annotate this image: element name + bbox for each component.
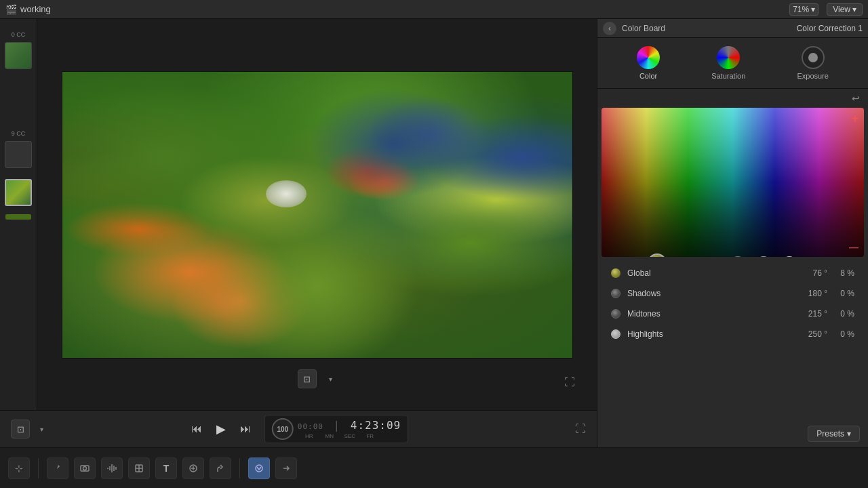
tab-saturation[interactable]: Saturation	[703, 43, 753, 83]
tool-color-correction[interactable]	[248, 458, 270, 479]
midtones-row[interactable]: Midtones 215 ° 0 %	[608, 304, 857, 323]
global-dot	[611, 268, 620, 278]
highlights-row[interactable]: Highlights 250 ° 0 %	[608, 325, 857, 344]
film-icon: 🎬	[5, 4, 16, 15]
play-button[interactable]: ▶	[210, 418, 232, 440]
tool-blade[interactable]	[47, 458, 68, 479]
tc-mn-label: MN	[319, 433, 340, 439]
sidebar-thumb-active[interactable]	[5, 179, 32, 206]
midtones-percent: 0 %	[827, 309, 854, 319]
view-mode-button[interactable]: ⊡	[298, 369, 317, 388]
highlights-puck[interactable]	[782, 256, 797, 257]
view-button[interactable]: View ▾	[827, 3, 863, 16]
panel-header: ‹ Color Board Color Correction 1	[597, 19, 868, 38]
footer-toolbar: ⊹ T	[0, 447, 868, 488]
presets-button[interactable]: Presets ▾	[808, 426, 860, 442]
global-percent: 8 %	[827, 268, 854, 278]
color-values-panel: Global 76 ° 8 % Shadows 180 ° 0 % Midton…	[597, 257, 868, 350]
shadows-puck[interactable]	[730, 256, 745, 257]
global-row[interactable]: Global 76 ° 8 %	[608, 264, 857, 283]
view-label: View	[833, 5, 850, 14]
right-bottom-controls: ⛶	[575, 423, 586, 435]
saturation-wheel-icon	[717, 46, 740, 69]
timecode-area: ⏮ ▶ ⏭ 100 00:00 | 4:23:09	[189, 415, 408, 443]
tool-export[interactable]	[275, 458, 297, 479]
highlights-degree: 250 °	[793, 329, 827, 339]
clip-controls-button[interactable]: ⊡	[11, 420, 30, 439]
tool-text[interactable]: T	[155, 458, 177, 479]
tool-audio[interactable]	[101, 458, 123, 479]
highlights-dot	[611, 329, 620, 339]
svg-point-1	[83, 466, 87, 470]
svg-point-6	[256, 465, 262, 472]
video-frame	[62, 71, 573, 359]
tool-transform[interactable]	[128, 458, 150, 479]
color-board-canvas[interactable]: + —	[601, 108, 864, 257]
tool-select[interactable]: ⊹	[8, 458, 30, 479]
transport-controls: ⏮ ▶ ⏭	[189, 418, 254, 440]
top-bar: 🎬 working 71% ▾ View ▾	[0, 0, 868, 19]
video-area: ⊡ ▾ ⛶	[37, 19, 597, 410]
tab-exposure[interactable]: Exposure	[789, 43, 836, 83]
timecode-value: 00:00 | 4:23:09	[298, 419, 401, 432]
highlights-percent: 0 %	[827, 329, 854, 339]
tc-fr-label: FR	[360, 433, 380, 439]
add-puck-button[interactable]: +	[851, 112, 859, 126]
undo-area: ↩	[597, 89, 868, 108]
presets-arrow: ▾	[847, 429, 851, 439]
shadows-label: Shadows	[627, 289, 793, 298]
tool-generator[interactable]	[182, 458, 204, 479]
midtones-puck[interactable]	[756, 256, 771, 257]
global-puck[interactable]	[648, 253, 667, 257]
remove-puck-button[interactable]: —	[849, 242, 859, 253]
exposure-icon	[802, 46, 825, 69]
right-panel: ‹ Color Board Color Correction 1 Color S…	[597, 19, 868, 447]
midtones-label: Midtones	[627, 309, 793, 319]
shadows-row[interactable]: Shadows 180 ° 0 %	[608, 284, 857, 303]
tab-saturation-label: Saturation	[711, 72, 745, 80]
left-sidebar: 0 CC 9 CC	[0, 19, 37, 410]
correction-title: Color Correction 1	[797, 24, 863, 33]
global-label: Global	[627, 268, 793, 278]
shadows-dot	[611, 289, 620, 298]
sidebar-thumb-9[interactable]	[5, 141, 32, 168]
zoom-controls: 71% ▾ View ▾	[789, 3, 863, 16]
sidebar-cc-label-9: 9 CC	[0, 129, 37, 138]
project-title: working	[20, 4, 51, 14]
fullscreen-button[interactable]: ⛶	[564, 376, 575, 388]
zoom-value: 71%	[793, 5, 809, 14]
midtones-dot	[611, 309, 620, 319]
tc-hr-label: HR	[299, 433, 319, 439]
sep-1	[38, 458, 39, 479]
back-button[interactable]: ‹	[603, 22, 616, 35]
shadows-degree: 180 °	[793, 289, 827, 298]
global-degree: 76 °	[793, 268, 827, 278]
tool-share[interactable]	[210, 458, 231, 479]
panel-title: Color Board	[622, 24, 665, 33]
midtones-degree: 215 °	[793, 309, 827, 319]
clip-controls-dropdown[interactable]: ▾	[35, 423, 47, 435]
view-mode-dropdown[interactable]: ▾	[325, 373, 337, 385]
tab-color-label: Color	[639, 72, 657, 80]
presets-label: Presets	[816, 429, 844, 439]
rewind-button[interactable]: ⏮	[189, 421, 205, 437]
shadows-percent: 0 %	[827, 289, 854, 298]
undo-button[interactable]: ↩	[849, 92, 863, 105]
tc-sec-label: SEC	[340, 433, 360, 439]
timecode-display: 100 00:00 | 4:23:09 HR MN SEC	[264, 415, 408, 443]
white-bird-shape	[266, 180, 307, 207]
tool-camera[interactable]	[74, 458, 96, 479]
view-chevron: ▾	[852, 5, 856, 14]
tab-exposure-label: Exposure	[797, 72, 828, 80]
color-wheel-icon	[637, 46, 660, 69]
sidebar-thumb-0[interactable]	[5, 42, 32, 69]
zoom-dropdown[interactable]: 71% ▾	[789, 3, 818, 16]
fastforward-button[interactable]: ⏭	[237, 421, 254, 437]
sidebar-cc-label-0: 0 CC	[0, 30, 37, 39]
tab-color[interactable]: Color	[629, 43, 668, 83]
highlights-label: Highlights	[627, 329, 793, 339]
zoom-chevron: ▾	[811, 5, 815, 14]
expand-button[interactable]: ⛶	[575, 423, 586, 435]
fps-badge: 100	[272, 418, 294, 440]
color-board-tabs: Color Saturation Exposure	[597, 38, 868, 89]
